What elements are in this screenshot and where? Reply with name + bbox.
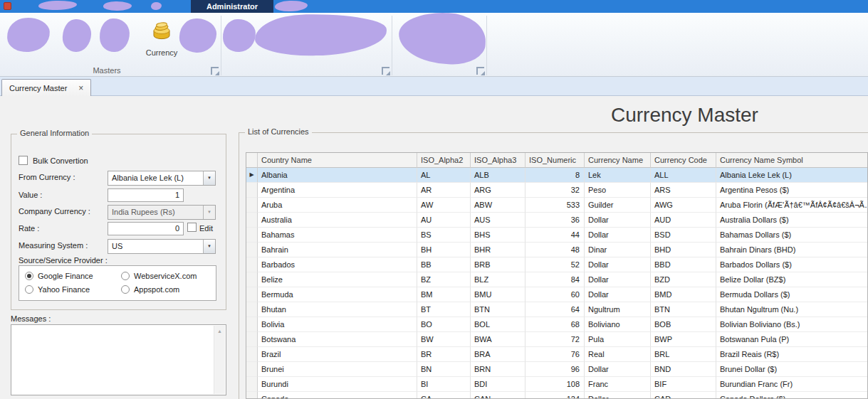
grid-row[interactable]: BahamasBSBHS44DollarBSDBahamas Dollars (… — [246, 228, 867, 243]
grid-row[interactable]: ▶AlbaniaALALB8LekALLAlbania Leke Lek (L) — [246, 168, 867, 183]
grid-row[interactable]: AustraliaAUAUS36DollarAUDAustralia Dolla… — [246, 213, 867, 228]
grid-cell[interactable]: Dollar — [585, 287, 651, 302]
grid-cell[interactable]: Burundian Franc (Fr) — [716, 377, 868, 392]
grid-cell[interactable]: BBD — [651, 257, 716, 272]
grid-col-header[interactable]: ISO_Numeric — [525, 153, 585, 168]
grid-cell[interactable]: Bhutan Ngultrum (Nu.) — [716, 302, 868, 317]
grid-cell[interactable]: Australia Dollars ($) — [716, 213, 868, 228]
grid-cell[interactable]: 76 — [525, 347, 585, 362]
row-indicator[interactable] — [246, 362, 258, 377]
grid-cell[interactable]: BS — [417, 228, 471, 243]
grid-cell[interactable]: 96 — [525, 362, 585, 377]
close-icon[interactable]: × — [78, 84, 83, 92]
grid-cell[interactable]: AL — [417, 168, 471, 183]
grid-cell[interactable]: Botswana — [258, 332, 417, 347]
grid-cell[interactable]: 52 — [525, 257, 585, 272]
grid-row[interactable]: BermudaBMBMU60DollarBMDBermuda Dollars (… — [246, 287, 867, 302]
grid-cell[interactable]: BSD — [651, 228, 716, 243]
grid-cell[interactable]: BZD — [651, 272, 716, 287]
grid-cell[interactable]: BOB — [651, 317, 716, 332]
grid-cell[interactable]: Bolivia — [258, 317, 417, 332]
grid-row[interactable]: BarbadosBBBRB52DollarBBDBarbados Dollars… — [246, 257, 867, 272]
grid-cell[interactable]: Bermuda — [258, 287, 417, 302]
grid-row[interactable]: BhutanBTBTN64NgultrumBTNBhutan Ngultrum … — [246, 302, 867, 317]
grid-cell[interactable]: Belize — [258, 272, 417, 287]
grid-cell[interactable]: ABW — [471, 198, 525, 213]
grid-cell[interactable]: BB — [417, 257, 471, 272]
grid-cell[interactable]: Bahamas Dollars ($) — [716, 228, 868, 243]
radio-appspot-com[interactable]: Appspot.com — [121, 284, 216, 295]
grid-cell[interactable]: Bermuda Dollars ($) — [716, 287, 868, 302]
row-indicator[interactable] — [246, 332, 258, 347]
grid-cell[interactable]: BZ — [417, 272, 471, 287]
grid-cell[interactable]: Bahrain Dinars (BHD) — [716, 243, 868, 257]
grid-cell[interactable]: Brazil — [258, 347, 417, 362]
row-indicator[interactable] — [246, 198, 258, 213]
grid-cell[interactable]: BOL — [471, 317, 525, 332]
grid-cell[interactable]: BRA — [471, 347, 525, 362]
grid-cell[interactable]: Pula — [585, 332, 651, 347]
grid-cell[interactable]: BRL — [651, 347, 716, 362]
grid-cell[interactable]: BW — [417, 332, 471, 347]
grid-cell[interactable]: BH — [417, 243, 471, 257]
grid-cell[interactable]: 48 — [525, 243, 585, 257]
radio-yahoo-finance[interactable]: Yahoo Finance — [25, 284, 121, 295]
grid-cell[interactable]: BHS — [471, 228, 525, 243]
grid-cell[interactable]: Aruba — [258, 198, 417, 213]
grid-cell[interactable]: BTN — [651, 302, 716, 317]
grid-cell[interactable]: BI — [417, 377, 471, 392]
radio-google-finance[interactable]: Google Finance — [25, 270, 121, 282]
row-indicator[interactable] — [246, 243, 258, 257]
chevron-down-icon[interactable]: ▼ — [203, 171, 215, 185]
value-input[interactable]: 1 — [108, 188, 184, 202]
grid-cell[interactable]: 533 — [525, 198, 585, 213]
grid-row[interactable]: BotswanaBWBWA72PulaBWPBotswanan Pula (P) — [246, 332, 867, 347]
grid-col-header[interactable]: ISO_Alpha3 — [471, 153, 525, 168]
grid-cell[interactable]: AR — [417, 183, 471, 198]
grid-cell[interactable]: AU — [417, 213, 471, 228]
grid-cell[interactable]: 72 — [525, 332, 585, 347]
grid-row[interactable]: CanadaCACAN124DollarCADCanada Dollars ($… — [246, 392, 867, 399]
grid-cell[interactable]: BT — [417, 302, 471, 317]
ribbon-tab-administrator[interactable]: Administrator — [191, 0, 273, 13]
scroll-up-icon[interactable]: ▲ — [214, 326, 225, 336]
grid-cell[interactable]: 64 — [525, 302, 585, 317]
row-indicator[interactable] — [246, 302, 258, 317]
grid-col-header[interactable]: ISO_Alpha2 — [417, 153, 471, 168]
grid-cell[interactable]: Burundi — [258, 377, 417, 392]
row-indicator[interactable] — [246, 287, 258, 302]
grid-cell[interactable]: Dinar — [585, 243, 651, 257]
row-indicator[interactable] — [246, 213, 258, 228]
grid-cell[interactable]: Dollar — [585, 362, 651, 377]
dialog-launcher-icon[interactable] — [476, 67, 484, 75]
row-indicator[interactable]: ▶ — [246, 168, 258, 183]
grid-cell[interactable]: BIF — [651, 377, 716, 392]
grid-cell[interactable]: Dollar — [585, 392, 651, 399]
grid-cell[interactable]: Barbados Dollars ($) — [716, 257, 868, 272]
grid-cell[interactable]: 44 — [525, 228, 585, 243]
grid-cell[interactable]: 32 — [525, 183, 585, 198]
grid-cell[interactable]: Barbados — [258, 257, 417, 272]
grid-cell[interactable]: Guilder — [585, 198, 651, 213]
rate-input[interactable]: 0 — [108, 222, 184, 235]
grid-col-header[interactable]: Currency Name Symbol — [716, 153, 868, 168]
grid-cell[interactable]: CAN — [471, 392, 525, 399]
grid-cell[interactable]: BMD — [651, 287, 716, 302]
measuring-system-combobox[interactable]: US ▼ — [108, 239, 216, 254]
messages-textbox[interactable]: ▲ — [11, 324, 226, 395]
grid-cell[interactable]: BRB — [471, 257, 525, 272]
grid-col-header[interactable]: Country Name — [258, 153, 417, 168]
edit-checkbox[interactable] — [187, 223, 197, 232]
grid-cell[interactable]: 84 — [525, 272, 585, 287]
grid-cell[interactable]: BND — [651, 362, 716, 377]
grid-cell[interactable]: ALB — [471, 168, 525, 183]
grid-cell[interactable]: Bolivian Boliviano (Bs.) — [716, 317, 868, 332]
grid-cell[interactable]: Botswanan Pula (P) — [716, 332, 868, 347]
grid-cell[interactable]: Belize Dollar (BZ$) — [716, 272, 868, 287]
grid-cell[interactable]: Canada — [258, 392, 417, 399]
currency-ribbon-button[interactable]: Currency — [141, 16, 182, 74]
row-indicator[interactable] — [246, 183, 258, 198]
grid-cell[interactable]: BTN — [471, 302, 525, 317]
app-icon[interactable] — [4, 2, 11, 10]
grid-cell[interactable]: Bahrain — [258, 243, 417, 257]
